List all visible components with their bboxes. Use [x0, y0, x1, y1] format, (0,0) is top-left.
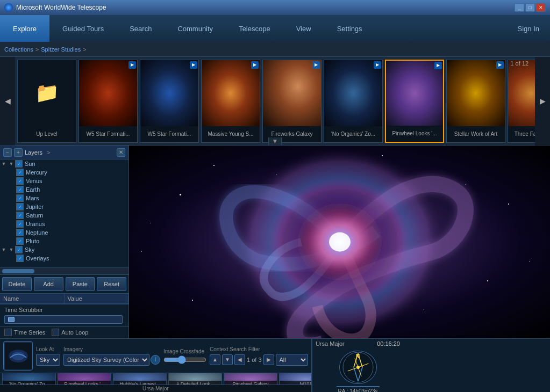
- bottom-thumb-2[interactable]: Hubble's Largest...: [113, 373, 167, 384]
- context-next-btn[interactable]: ▶: [263, 354, 274, 365]
- tree-item-pluto[interactable]: ✓ Pluto: [0, 237, 128, 245]
- add-button[interactable]: Add: [34, 277, 63, 291]
- sign-in-button[interactable]: Sign In: [507, 15, 550, 42]
- paste-button[interactable]: Paste: [66, 277, 95, 291]
- thumb-pinwheel-img: ▶: [386, 61, 443, 126]
- bottom-thumb-5[interactable]: M101: [279, 373, 311, 384]
- context-filter-label: Context Search Filter: [210, 346, 308, 352]
- context-filter-select[interactable]: All: [276, 354, 308, 366]
- thumb-stellar[interactable]: ▶ Stellar Work of Art: [446, 60, 505, 143]
- tree-item-overlays[interactable]: ✓ Overlays: [0, 254, 128, 263]
- thumb-no-organics-label: 'No Organics' Zo...: [324, 126, 382, 142]
- imagery-info-button[interactable]: i: [151, 355, 160, 365]
- tree-label-mercury: Mercury: [26, 169, 47, 176]
- tree-check-jupiter[interactable]: ✓: [16, 203, 24, 210]
- auto-loop-label: Auto Loop: [61, 329, 88, 336]
- tree-check-neptune[interactable]: ✓: [16, 229, 24, 236]
- tree-item-uranus[interactable]: ✓ Uranus: [0, 220, 128, 228]
- breadcrumb-collections[interactable]: Collections: [4, 46, 33, 53]
- bottom-thumb-0[interactable]: 'No Organics' Zo...: [2, 373, 56, 384]
- tree-check-saturn[interactable]: ✓: [16, 212, 24, 219]
- tab-community[interactable]: Community: [165, 15, 226, 42]
- thumb-three-faces-label: Three Faces of A...: [508, 126, 535, 142]
- tab-search[interactable]: Search: [117, 15, 165, 42]
- imagery-select[interactable]: Digitized Sky Survey (Color)*: [63, 354, 149, 366]
- window-controls: _ □ ✕: [515, 3, 546, 12]
- thumb-next-button[interactable]: ▶: [535, 57, 550, 146]
- tab-view[interactable]: View: [283, 15, 324, 42]
- tree-check-pluto[interactable]: ✓: [16, 237, 24, 245]
- auto-loop-check[interactable]: Auto Loop: [52, 329, 88, 336]
- bottom-thumb-1[interactable]: Pinwheel Looks '...: [58, 373, 111, 384]
- tree-item-saturn[interactable]: ✓ Saturn: [0, 211, 128, 220]
- time-series-check[interactable]: Time Series: [4, 329, 45, 336]
- reset-button[interactable]: Reset: [97, 277, 126, 291]
- tree-item-mars[interactable]: ✓ Mars: [0, 194, 128, 202]
- left-panel: − + Layers > ✕ ▼ ▼ ✓ Sun ✓ Mercury: [0, 146, 129, 338]
- minimize-button[interactable]: _: [515, 3, 524, 12]
- bottom-thumb-4[interactable]: Pinwheel Galaxy: [224, 373, 277, 384]
- thumb-massive-young[interactable]: ▶ Massive Young S...: [201, 60, 260, 143]
- auto-loop-checkbox[interactable]: [52, 329, 59, 336]
- breadcrumb-spitzer[interactable]: Spitzer Studies: [41, 46, 81, 53]
- bottom-thumb-label-0: 'No Organics' Zo...: [3, 381, 55, 385]
- thumb-uplevel[interactable]: 📁 Up Level: [17, 60, 76, 143]
- context-prev-btn[interactable]: ◀: [234, 354, 245, 365]
- look-at-select[interactable]: Sky: [36, 354, 60, 366]
- thumb-fireworks[interactable]: ▶ Fireworks Galaxy: [262, 60, 322, 143]
- thumb-w5-blue[interactable]: ▶ W5 Star Formati...: [140, 60, 199, 143]
- look-at-label: Look At: [36, 346, 60, 352]
- tree-label-sun: Sun: [25, 161, 35, 167]
- tab-telescope[interactable]: Telescope: [226, 15, 283, 42]
- thumb-no-organics[interactable]: ▶ 'No Organics' Zo...: [324, 60, 383, 143]
- bottom-thumb-3[interactable]: A Detailed Look...: [168, 373, 222, 384]
- tree-check-earth[interactable]: ✓: [16, 186, 24, 193]
- tree-check-mercury[interactable]: ✓: [16, 169, 24, 176]
- bottom-thumb-label-3: A Detailed Look...: [169, 381, 222, 385]
- tree-check-venus[interactable]: ✓: [16, 177, 24, 185]
- imagery-label: Imagery: [63, 346, 160, 352]
- strip-expand-icon[interactable]: ▼: [268, 137, 282, 145]
- compass-panel: Ursa Major 00:16:20 N RA : 14h03m23s Dec…: [312, 339, 403, 392]
- bottom-section: Look At Sky Imagery Digitized Sky Survey…: [0, 338, 550, 392]
- time-scrubber-track[interactable]: [4, 315, 123, 324]
- thumb-three-faces[interactable]: ▶ Three Faces of A...: [508, 60, 535, 143]
- tree-item-mercury[interactable]: ✓ Mercury: [0, 168, 128, 177]
- tab-guided-tours[interactable]: Guided Tours: [49, 15, 117, 42]
- tree-item-sun[interactable]: ▼ ▼ ✓ Sun: [0, 159, 128, 168]
- layer-tree[interactable]: ▼ ▼ ✓ Sun ✓ Mercury ✓ Venus ✓ Earth: [0, 159, 128, 267]
- delete-button[interactable]: Delete: [2, 277, 32, 291]
- tree-check-sun[interactable]: ✓: [15, 160, 23, 168]
- tree-item-venus[interactable]: ✓ Venus: [0, 177, 128, 185]
- coords-ra: RA : 14h03m23s: [337, 387, 379, 392]
- thumb-pinwheel[interactable]: ▶ Pinwheel Looks '...: [385, 60, 444, 143]
- layer-tree-hscroll[interactable]: [0, 267, 128, 274]
- tree-item-earth[interactable]: ✓ Earth: [0, 185, 128, 194]
- time-scrubber-thumb[interactable]: [8, 317, 15, 322]
- crossfade-slider[interactable]: [163, 356, 206, 364]
- tree-item-jupiter[interactable]: ✓ Jupiter: [0, 202, 128, 211]
- thumb-prev-button[interactable]: ◀: [0, 57, 15, 146]
- layers-minus-btn[interactable]: −: [3, 148, 12, 157]
- thumb-w5-red[interactable]: ▶ W5 Star Formati...: [78, 60, 138, 143]
- bottom-thumb-label-5: M101: [280, 381, 311, 385]
- tab-settings[interactable]: Settings: [324, 15, 375, 42]
- layers-close-btn[interactable]: ✕: [117, 148, 125, 157]
- tree-check-overlays[interactable]: ✓: [16, 255, 24, 262]
- tab-explore[interactable]: Explore: [0, 15, 49, 42]
- time-series-checkbox[interactable]: [4, 329, 12, 336]
- properties-panel: Name Value: [0, 293, 128, 304]
- maximize-button[interactable]: □: [525, 3, 535, 12]
- ursa-major-label: Ursa Major: [0, 384, 311, 392]
- tree-item-sky[interactable]: ▼ ▼ ✓ Sky: [0, 245, 128, 254]
- tree-item-neptune[interactable]: ✓ Neptune: [0, 228, 128, 237]
- layers-plus-btn[interactable]: +: [14, 148, 23, 157]
- layer-hscroll-thumb[interactable]: [2, 269, 34, 273]
- layers-chevron: >: [47, 149, 50, 156]
- context-down-btn[interactable]: ▼: [222, 354, 233, 365]
- tree-check-uranus[interactable]: ✓: [16, 220, 24, 228]
- tree-check-sky[interactable]: ✓: [15, 246, 23, 253]
- close-button[interactable]: ✕: [536, 3, 546, 12]
- tree-check-mars[interactable]: ✓: [16, 194, 24, 202]
- context-up-btn[interactable]: ▲: [210, 354, 220, 365]
